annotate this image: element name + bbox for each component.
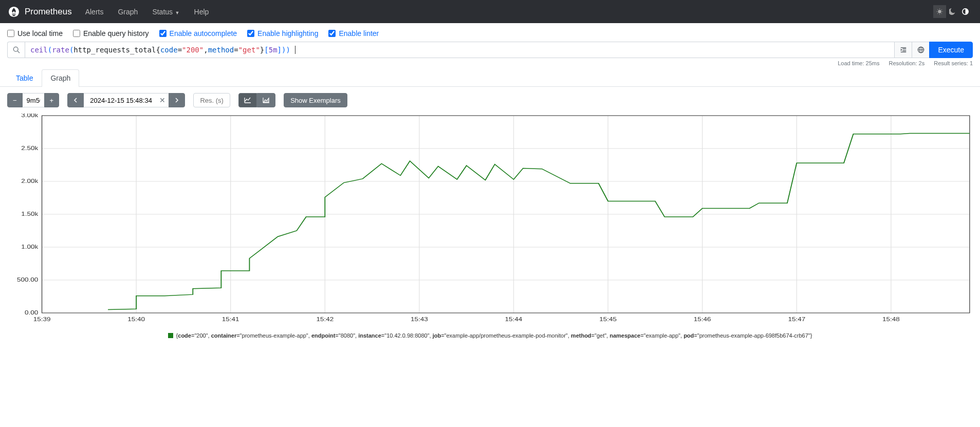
format-query-button[interactable] [895, 42, 912, 58]
result-series-stat: Result series: 1 [934, 60, 973, 66]
graph-controls: − + ✕ Show Exemplars [0, 87, 980, 114]
use-local-time-checkbox[interactable] [7, 30, 14, 37]
enable-linter-label: Enable linter [339, 29, 379, 38]
time-next-button[interactable] [169, 93, 185, 107]
indent-icon [900, 46, 907, 53]
stacked-chart-button[interactable] [257, 93, 275, 107]
navbar: Prometheus Alerts Graph Status ▼ Help [0, 0, 980, 23]
area-chart-icon [263, 97, 270, 103]
chevron-down-icon: ▼ [174, 10, 179, 15]
line-chart-icon [244, 97, 251, 103]
moon-icon [949, 8, 956, 15]
legend[interactable]: {code="200", container="prometheus-examp… [0, 328, 980, 343]
chevron-right-icon [174, 98, 179, 103]
gear-icon [936, 8, 943, 15]
svg-text:15:39: 15:39 [33, 316, 51, 323]
range-input[interactable] [23, 93, 44, 107]
svg-text:3.00k: 3.00k [21, 114, 39, 119]
enable-query-history-checkbox[interactable] [73, 30, 80, 37]
use-local-time-label: Use local time [17, 29, 63, 38]
prometheus-logo-icon [8, 6, 20, 17]
svg-text:500.00: 500.00 [17, 276, 38, 283]
svg-text:15:42: 15:42 [316, 316, 334, 323]
end-time-input[interactable] [84, 93, 169, 107]
svg-text:15:46: 15:46 [694, 316, 711, 323]
svg-text:15:44: 15:44 [505, 316, 523, 323]
tabs: Table Graph [0, 69, 980, 87]
line-chart-button[interactable] [238, 93, 257, 107]
query-stats: Load time: 25ms Resolution: 2s Result se… [0, 58, 980, 69]
show-exemplars-button[interactable]: Show Exemplars [284, 93, 347, 107]
svg-text:15:43: 15:43 [411, 316, 428, 323]
theme-auto-button[interactable] [933, 5, 946, 18]
resolution-input[interactable] [193, 93, 230, 107]
svg-text:1.50k: 1.50k [21, 211, 39, 217]
chevron-left-icon [73, 98, 78, 103]
nav-status[interactable]: Status ▼ [147, 8, 184, 16]
svg-text:15:45: 15:45 [599, 316, 617, 323]
enable-linter-checkbox[interactable] [328, 30, 336, 37]
brand-text: Prometheus [25, 7, 72, 17]
execute-button[interactable]: Execute [929, 42, 973, 58]
enable-query-history-label: Enable query history [83, 29, 149, 38]
query-row: ceil(rate(http_requests_total{code="200"… [0, 40, 980, 58]
tab-graph[interactable]: Graph [42, 69, 79, 87]
search-icon [7, 42, 25, 58]
range-decrease-button[interactable]: − [7, 93, 23, 107]
svg-text:15:40: 15:40 [127, 316, 145, 323]
enable-autocomplete-checkbox[interactable] [159, 30, 167, 37]
query-input[interactable]: ceil(rate(http_requests_total{code="200"… [25, 42, 895, 58]
svg-text:1.00k: 1.00k [21, 244, 39, 250]
resolution-stat: Resolution: 2s [889, 60, 924, 66]
options-bar: Use local time Enable query history Enab… [0, 23, 980, 40]
chart-area: 0.00500.001.00k1.50k2.00k2.50k3.00k15:39… [0, 114, 980, 328]
explain-query-button[interactable] [912, 42, 930, 58]
enable-highlighting-label: Enable highlighting [257, 29, 318, 38]
theme-light-button[interactable] [959, 5, 972, 18]
svg-text:15:41: 15:41 [222, 316, 239, 323]
chart-svg[interactable]: 0.00500.001.00k1.50k2.00k2.50k3.00k15:39… [7, 114, 973, 323]
load-time-stat: Load time: 25ms [838, 60, 879, 66]
svg-text:2.50k: 2.50k [21, 145, 39, 152]
nav-alerts[interactable]: Alerts [80, 8, 109, 16]
globe-icon [917, 46, 924, 53]
nav-help[interactable]: Help [189, 8, 214, 16]
time-prev-button[interactable] [67, 93, 84, 107]
legend-text: {code="200", container="prometheus-examp… [176, 332, 812, 339]
theme-dark-button[interactable] [946, 5, 959, 18]
nav-graph[interactable]: Graph [113, 8, 143, 16]
brand-link[interactable]: Prometheus [8, 6, 72, 17]
svg-text:15:47: 15:47 [788, 316, 805, 323]
enable-highlighting-checkbox[interactable] [247, 30, 254, 37]
svg-line-3 [17, 51, 20, 53]
svg-point-2 [13, 47, 18, 51]
tab-table[interactable]: Table [7, 69, 42, 86]
enable-autocomplete-label: Enable autocomplete [170, 29, 237, 38]
svg-text:2.00k: 2.00k [21, 178, 39, 184]
svg-text:0.00: 0.00 [25, 309, 38, 316]
legend-swatch [168, 333, 173, 338]
range-increase-button[interactable]: + [44, 93, 60, 107]
svg-text:15:48: 15:48 [882, 316, 900, 323]
contrast-icon [962, 8, 969, 15]
